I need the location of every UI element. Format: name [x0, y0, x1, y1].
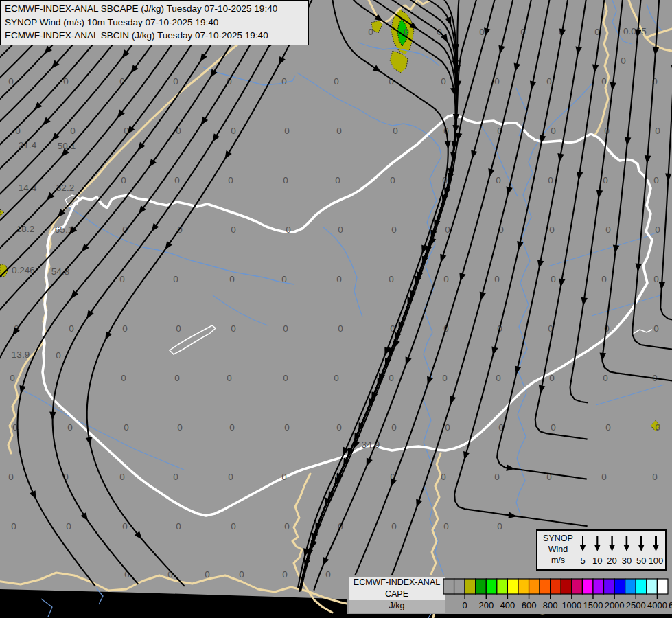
cape-color-cell — [518, 579, 529, 594]
zero-value-label: 0 — [442, 373, 448, 383]
zero-value-label: 0 — [497, 521, 502, 531]
zero-value-label: 0 — [549, 225, 555, 235]
station-value-label: 0.246 — [12, 265, 35, 275]
station-value-label: 0 — [621, 56, 626, 66]
zero-value-label: 0 — [603, 175, 608, 185]
zero-value-label: 0 — [174, 373, 180, 383]
wind-legend-title-box: SYNOP Wind m/s — [540, 533, 576, 566]
zero-value-label: 0 — [653, 323, 659, 334]
zero-value-label: 0 — [494, 274, 500, 284]
wind-speed-label: 5 — [580, 556, 585, 566]
station-value-label: 0 — [56, 350, 61, 360]
zero-value-label: 0 — [494, 76, 500, 87]
cape-legend-title-box: ECMWF-INDEX-ANAL CAPE J/kg — [349, 577, 445, 613]
title-wind: SYNOP Wind (m/s) 10m Tuesday 07-10-2025 … — [5, 16, 304, 30]
cape-legend-title: ECMWF-INDEX-ANAL — [349, 577, 445, 588]
cape-tick-label: 2500 — [626, 600, 646, 610]
zero-value-label: 0 — [336, 274, 342, 284]
wind-legend-title: SYNOP — [540, 533, 576, 544]
zero-value-label: 0 — [325, 569, 331, 580]
zero-value-label: 0 — [605, 225, 611, 235]
zero-value-label: 0 — [655, 225, 660, 235]
zero-value-label: 0 — [8, 472, 14, 482]
zero-value-label: 0 — [601, 274, 607, 284]
zero-value-label: 0 — [605, 422, 611, 433]
wind-speed-label: 50 — [636, 556, 646, 566]
zero-value-label: 0 — [66, 521, 71, 531]
zero-value-label: 0 — [177, 422, 183, 433]
cape-color-cell — [465, 579, 476, 594]
wind-speed-label: 100 — [649, 556, 664, 566]
zero-value-label: 0 — [283, 323, 288, 334]
cape-legend-units: J/kg — [349, 600, 445, 612]
zero-value-label: 0 — [231, 126, 236, 136]
cape-tick-label: 1000 — [561, 600, 581, 610]
zero-value-label: 0 — [124, 422, 129, 433]
zero-value-label: 0 — [393, 126, 398, 136]
zero-value-label: 0 — [227, 373, 232, 383]
zero-value-label: 0 — [603, 373, 608, 383]
zero-value-label: 0 — [389, 373, 394, 383]
cape-color-cell — [507, 579, 518, 594]
zero-value-label: 0 — [231, 323, 236, 334]
zero-value-label: 0 — [653, 175, 659, 185]
wind-legend-units: m/s — [540, 555, 576, 566]
zero-value-label: 0 — [205, 569, 210, 580]
cape-color-cell — [443, 579, 454, 594]
cape-colorbar: 0200400600800100015002000250040006000 — [443, 577, 672, 615]
cape-color-cell — [551, 579, 561, 594]
cape-color-cell — [604, 579, 615, 594]
zero-value-label: 0 — [119, 274, 125, 284]
zero-value-label: 0 — [549, 373, 555, 383]
title-sbcin: ECMWF-INDEX-ANAL SBCIN (J/kg) Tuesday 07… — [5, 29, 304, 43]
zero-value-label: 0 — [336, 422, 342, 433]
wind-arrow-head-icon — [653, 545, 659, 551]
wind-speed-label: 20 — [607, 556, 616, 566]
zero-value-label: 0 — [11, 521, 16, 531]
cape-legend-subtitle: CAPE — [349, 588, 445, 600]
wind-legend-subtitle: Wind — [540, 544, 576, 555]
cape-tick-label: 400 — [500, 600, 515, 610]
cape-tick-label: 800 — [543, 600, 558, 610]
zero-value-label: 0 — [67, 422, 73, 433]
zero-value-label: 0 — [494, 472, 500, 482]
wind-arrow-head-icon — [594, 545, 601, 551]
cape-color-cell — [561, 579, 572, 594]
zero-value-label: 0 — [334, 76, 339, 87]
zero-value-label: 0 — [173, 274, 178, 284]
zero-value-label: 0 — [655, 422, 660, 433]
zero-value-label: 0 — [368, 27, 373, 37]
zero-value-label: 0 — [176, 323, 181, 334]
cape-color-cell — [636, 579, 647, 594]
zero-value-label: 0 — [282, 569, 288, 580]
zero-value-label: 0 — [445, 422, 450, 433]
cape-tick-label: 1500 — [583, 600, 603, 610]
map-title-box: ECMWF-INDEX-ANAL SBCAPE (J/kg) Tuesday 0… — [0, 0, 309, 45]
wind-speed-legend: SYNOP Wind m/s 510203050100 — [536, 529, 667, 571]
zero-value-label: 0 — [652, 472, 658, 482]
cape-color-cell — [454, 579, 465, 594]
zero-value-label: 0 — [548, 175, 553, 185]
zero-value-label: 0 — [70, 126, 76, 136]
zero-value-label: 0 — [228, 472, 233, 482]
zero-value-label: 0 — [336, 126, 342, 136]
zero-value-label: 0 — [283, 175, 288, 185]
zero-value-label: 0 — [441, 76, 446, 87]
cape-bar-svg: 0200400600800100015002000250040006000 — [443, 577, 672, 615]
zero-value-label: 0 — [390, 175, 395, 185]
zero-value-label: 0 — [338, 225, 343, 235]
weather-map-stage: 0000000000000000000000000000000000000000… — [0, 0, 672, 618]
zero-value-label: 0 — [391, 521, 397, 531]
cape-tick-label: 0 — [463, 600, 467, 610]
wind-arrow-head-icon — [623, 545, 629, 551]
zero-value-label: 0 — [338, 323, 343, 334]
wind-legend-arrows: 510203050100 — [576, 531, 664, 568]
zero-value-label: 0 — [281, 274, 287, 284]
zero-value-label: 0 — [121, 175, 126, 185]
zero-value-label: 0 — [496, 175, 501, 185]
zero-value-label: 0 — [284, 422, 290, 433]
cape-color-cell — [486, 579, 497, 594]
cape-color-cell — [593, 579, 604, 594]
zero-value-label: 0 — [122, 323, 128, 334]
zero-value-label: 0 — [231, 521, 236, 531]
